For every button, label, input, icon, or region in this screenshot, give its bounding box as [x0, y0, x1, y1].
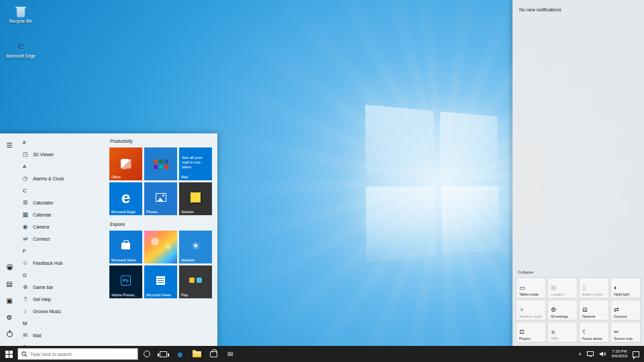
collapse-button[interactable]: Collapse — [518, 270, 533, 274]
project-icon: ⊡ — [519, 328, 525, 335]
task-view-icon — [160, 351, 167, 357]
show-hidden-icons-button[interactable]: ∧ — [578, 351, 582, 357]
quick-action-connect[interactable]: ⇄Connect — [610, 300, 641, 320]
tile-group-title-productivity: Productivity — [110, 139, 214, 143]
tile-microsoft-news[interactable]: Microsoft News — [144, 265, 177, 298]
taskbar-edge-button[interactable]: e — [172, 346, 189, 362]
mail-app-button[interactable]: ✉ — [222, 346, 239, 362]
start-menu: ☰ ▤ ▣ ⚙ # ◳3D Viewer A ◷Alarms & Clock C… — [0, 133, 217, 346]
quick-action-airplane-mode[interactable]: ✈Airplane mode — [516, 300, 546, 320]
office-icon — [121, 159, 131, 170]
app-item-feedback-hub[interactable]: ☺Feedback Hub — [20, 257, 107, 269]
tray-date: 6/6/2019 — [612, 354, 627, 359]
app-item-mail[interactable]: ✉Mail — [20, 329, 107, 341]
tile-microsoft-store[interactable]: Microsoft Store — [109, 231, 142, 263]
connect-qa-icon: ⇄ — [614, 306, 619, 313]
action-center-panel: No new notifications Collapse ▭Tablet mo… — [513, 0, 644, 346]
app-list-header-f[interactable]: F — [20, 245, 107, 257]
sun-icon: ☀ — [191, 241, 200, 251]
power-button[interactable] — [4, 328, 15, 339]
windows-logo-art — [365, 105, 500, 262]
store-icon — [210, 351, 217, 357]
tile-office[interactable]: Office — [109, 147, 142, 180]
app-list-header-c[interactable]: C — [20, 184, 107, 196]
tile-play[interactable]: Play — [179, 265, 212, 298]
recycle-bin-shortcut[interactable]: Recycle Bin — [3, 4, 39, 23]
quick-action-all-settings[interactable]: ⚙All settings — [547, 300, 578, 320]
expand-menu-button[interactable]: ☰ — [4, 139, 15, 150]
settings-icon: ⚙ — [7, 314, 13, 321]
taskbar-search-box[interactable] — [17, 348, 138, 360]
app-item-game-bar[interactable]: ⊗Game bar — [20, 281, 107, 293]
photoshop-icon: Ps — [121, 276, 131, 286]
documents-button[interactable]: ▤ — [4, 278, 15, 289]
tile-adobe-photoshop-express[interactable]: Ps Adobe Photos... — [109, 265, 142, 298]
app-list-header-hash[interactable]: # — [20, 136, 107, 148]
quick-action-project[interactable]: ⊡Project — [516, 322, 546, 343]
cortana-button[interactable] — [138, 346, 155, 362]
quick-action-battery-saver[interactable]: ▯Battery saver — [579, 278, 609, 298]
tile-stickies[interactable]: Stickies — [179, 182, 212, 215]
quick-action-location[interactable]: ◎Location — [547, 278, 578, 298]
tile-group-title-explore: Explore — [110, 222, 214, 227]
clock[interactable]: 7:19 PM 6/6/2019 — [612, 349, 627, 359]
app-item-camera[interactable]: ◉Camera — [20, 221, 107, 233]
action-center-button[interactable] — [633, 351, 639, 357]
power-icon — [7, 331, 13, 337]
quick-action-tablet-mode[interactable]: ▭Tablet mode — [516, 278, 546, 298]
edge-icon: e — [3, 39, 39, 52]
screen-snip-icon: ✂ — [614, 328, 619, 335]
app-list-header-g[interactable]: G — [20, 269, 107, 281]
pictures-button[interactable]: ▣ — [4, 295, 15, 306]
app-item-get-help[interactable]: ?Get Help — [20, 293, 107, 305]
app-item-3d-viewer[interactable]: ◳3D Viewer — [20, 148, 107, 160]
airplane-mode-icon: ✈ — [519, 306, 525, 313]
quick-action-vpn[interactable]: ◈VPN — [547, 322, 578, 343]
camera-icon: ◉ — [21, 223, 29, 230]
quick-action-night-light[interactable]: ◐Night light — [610, 278, 641, 298]
taskbar: e ✉ ∧ 7:19 PM 6/6/2019 — [0, 346, 644, 362]
user-account-button[interactable] — [4, 261, 15, 272]
quick-action-screen-snip[interactable]: ✂Screen snip — [610, 322, 641, 343]
quick-action-network[interactable]: ⊟Network — [579, 300, 609, 320]
task-view-button[interactable] — [155, 346, 172, 362]
app-item-alarms-clock[interactable]: ◷Alarms & Clock — [20, 172, 107, 184]
microsoft-store-button[interactable] — [205, 346, 222, 362]
tile-office-apps[interactable] — [144, 147, 177, 180]
app-item-connect[interactable]: ⇄Connect — [20, 233, 107, 245]
app-item-maps[interactable]: ⚐Maps — [20, 341, 107, 346]
tile-promoted-game[interactable] — [144, 231, 177, 263]
start-menu-rail: ☰ ▤ ▣ ⚙ — [0, 133, 19, 346]
settings-button[interactable]: ⚙ — [4, 312, 15, 322]
network-tray-icon[interactable] — [587, 351, 594, 356]
vpn-icon: ◈ — [551, 328, 555, 335]
tile-photos[interactable]: Photos — [144, 182, 177, 215]
connect-icon: ⇄ — [21, 235, 29, 242]
mail-icon: ✉ — [21, 332, 29, 339]
quick-action-focus-assist[interactable]: ☾Focus assist — [579, 322, 609, 343]
quick-actions-grid: ▭Tablet mode ◎Location ▯Battery saver ◐N… — [516, 278, 641, 343]
edge-desktop-shortcut[interactable]: e Microsoft Edge — [3, 39, 39, 58]
mail-taskbar-icon: ✉ — [227, 351, 233, 358]
pictures-icon: ▣ — [6, 297, 12, 304]
app-item-calendar[interactable]: ▦Calendar — [20, 208, 107, 221]
photos-icon — [156, 193, 166, 202]
app-item-groove-music[interactable]: ♪Groove Music — [20, 305, 107, 317]
focus-assist-icon: ☾ — [582, 328, 588, 335]
app-list-header-m[interactable]: M — [20, 317, 107, 329]
edge-taskbar-icon: e — [178, 349, 182, 359]
volume-tray-icon[interactable] — [599, 351, 606, 357]
app-list-header-a[interactable]: A — [20, 160, 107, 172]
app-item-calculator[interactable]: ⊞Calculator — [20, 196, 107, 208]
search-input[interactable] — [30, 352, 134, 357]
file-explorer-button[interactable] — [189, 346, 205, 362]
tray-time: 7:19 PM — [612, 349, 627, 355]
tile-mail[interactable]: See all your mail in one place Mail — [179, 147, 212, 180]
file-explorer-icon — [193, 351, 201, 357]
alarms-clock-icon: ◷ — [21, 175, 29, 182]
start-button[interactable] — [0, 346, 17, 362]
search-icon — [21, 351, 28, 357]
tile-microsoft-edge[interactable]: e Microsoft Edge — [109, 182, 142, 215]
tile-weather[interactable]: ☀ Weather — [179, 231, 212, 263]
store-bag-icon — [121, 243, 130, 249]
